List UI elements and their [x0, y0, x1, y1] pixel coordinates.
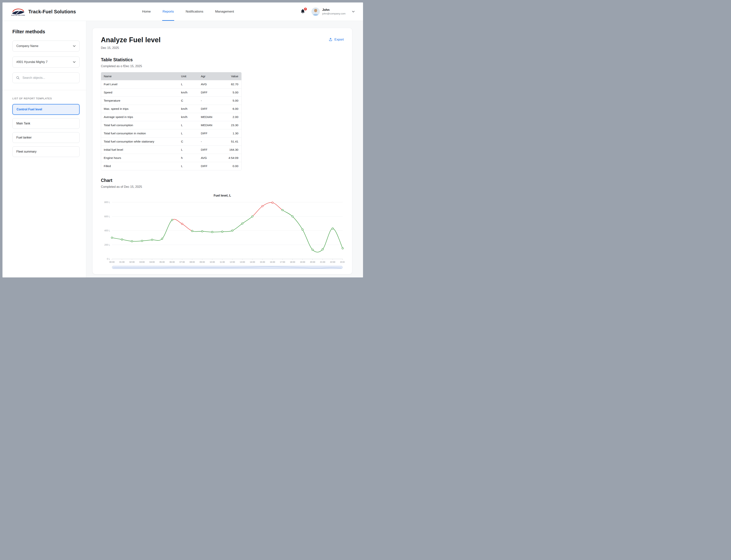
table-cell: DIFF [198, 105, 220, 113]
table-cell: L [178, 121, 198, 129]
table-cell: MEDIAN [198, 113, 220, 121]
svg-text:05:00: 05:00 [159, 261, 165, 263]
table-cell: DIFF [198, 146, 220, 154]
chart-title: Fuel level, L [101, 194, 344, 197]
avatar-image [311, 7, 320, 16]
export-button[interactable]: Export [328, 37, 344, 41]
chart-range-scrollbar[interactable] [112, 266, 343, 269]
table-cell: 6.00 [220, 105, 241, 113]
table-body: Fuel LevelLAVG82.70Speedkm/hDIFF5.00Temp… [101, 80, 241, 170]
brand-logo: EDJR FUEL SOLUTIONS [11, 7, 25, 16]
notifications-button[interactable]: 7 [300, 9, 305, 15]
chart-section-title: Chart [101, 178, 344, 183]
vehicle-select[interactable]: #001 Hyundai Mighty 7 [12, 57, 80, 68]
nav-item-management[interactable]: Management [215, 2, 234, 21]
logo-text: EDJR FUEL SOLUTIONS [11, 14, 25, 16]
table-row: Average speed in tripskm/hMEDIAN2.00 [101, 113, 241, 121]
svg-text:23:00: 23:00 [340, 261, 344, 263]
table-cell: 1.30 [220, 129, 241, 138]
chevron-down-icon[interactable] [351, 10, 355, 14]
company-select[interactable]: Company Name [12, 41, 80, 52]
table-cell: MEDIAN [198, 121, 220, 129]
chart-section-subtitle: Completed as of Dec 15, 2025 [101, 185, 344, 189]
table-cell: Fuel Level [101, 80, 178, 88]
table-cell: 5.00 [220, 97, 241, 105]
svg-text:14:00: 14:00 [250, 261, 255, 263]
fuel-level-chart: 0 L200 L400 L600 L800 L00:0001:0002:0003… [101, 200, 344, 264]
content-area: Filter methods Company Name #001 Hyundai… [2, 21, 363, 277]
svg-text:21:00: 21:00 [320, 261, 325, 263]
template-item-fuel-tanker[interactable]: Fuel tanker [12, 132, 80, 143]
table-cell: km/h [178, 105, 198, 113]
svg-text:20:00: 20:00 [310, 261, 315, 263]
search-input[interactable] [22, 76, 76, 80]
table-row: Max. speed in tripskm/hDIFF6.00 [101, 105, 241, 113]
svg-text:10:00: 10:00 [209, 261, 215, 263]
top-nav: EDJR FUEL SOLUTIONS Track-Fuel Solutions… [2, 2, 363, 21]
table-row: Initial fuel levelLDIFF164.30 [101, 146, 241, 154]
table-cell: Max. speed in trips [101, 105, 178, 113]
brand-title: Track-Fuel Solutions [28, 9, 76, 14]
nav-item-reports[interactable]: Reports [162, 2, 174, 21]
svg-text:07:00: 07:00 [179, 261, 185, 263]
svg-text:16:00: 16:00 [270, 261, 275, 263]
export-icon [328, 37, 332, 41]
notifications-badge: 7 [303, 7, 307, 11]
template-list: Control Fuel levelMain TankFuel tankerFl… [12, 104, 80, 157]
svg-text:01:00: 01:00 [119, 261, 125, 263]
table-row: TemperatureC-5.00 [101, 97, 241, 105]
table-cell: Temperature [101, 97, 178, 105]
table-cell: 164.30 [220, 146, 241, 154]
search-box[interactable] [12, 72, 80, 83]
table-cell: AVG [198, 80, 220, 88]
svg-text:17:00: 17:00 [280, 261, 285, 263]
vehicle-select-value: #001 Hyundai Mighty 7 [16, 60, 48, 64]
table-cell: Engine hours [101, 154, 178, 162]
user-email: john@company.com [322, 12, 345, 15]
svg-text:13:00: 13:00 [240, 261, 245, 263]
scrollbar-minimap [112, 266, 342, 269]
table-cell: - [198, 138, 220, 146]
table-cell: L [178, 80, 198, 88]
table-cell: - [198, 97, 220, 105]
table-section-subtitle: Completed as o fDec 15, 2025 [101, 65, 344, 68]
table-cell: 51.41 [220, 138, 241, 146]
svg-text:0 L: 0 L [107, 258, 110, 260]
table-header-cell: Unit [178, 72, 198, 80]
chevron-down-icon [72, 44, 76, 48]
table-header-cell: Value [220, 72, 241, 80]
search-icon [16, 76, 20, 80]
sidebar: Filter methods Company Name #001 Hyundai… [2, 21, 86, 277]
table-cell: DIFF [198, 129, 220, 138]
table-cell: 4:54:09 [220, 154, 241, 162]
svg-text:400 L: 400 L [104, 229, 110, 232]
template-item-fleet-summary[interactable]: Fleet summary [12, 146, 80, 157]
template-item-control-fuel-level[interactable]: Control Fuel level [12, 104, 80, 115]
svg-text:04:00: 04:00 [149, 261, 155, 263]
main-content: Analyze Fuel level Dec 15, 2025 Export T… [86, 21, 363, 277]
table-cell: Total fuel consumption [101, 121, 178, 129]
svg-text:08:00: 08:00 [190, 261, 195, 263]
nav-item-home[interactable]: Home [142, 2, 151, 21]
svg-text:15:00: 15:00 [260, 261, 265, 263]
table-cell: C [178, 97, 198, 105]
svg-text:11:00: 11:00 [220, 261, 225, 263]
table-cell: L [178, 129, 198, 138]
avatar[interactable] [311, 7, 320, 16]
table-cell: km/h [178, 88, 198, 97]
svg-text:02:00: 02:00 [129, 261, 135, 263]
table-cell: DIFF [198, 162, 220, 170]
window-frame: EDJR FUEL SOLUTIONS Track-Fuel Solutions… [0, 0, 366, 280]
main-nav: HomeReportsNotificationsManagement [142, 2, 234, 21]
svg-text:06:00: 06:00 [169, 261, 175, 263]
svg-text:200 L: 200 L [104, 244, 110, 246]
nav-item-notifications[interactable]: Notifications [185, 2, 204, 21]
svg-text:09:00: 09:00 [199, 261, 205, 263]
table-row: FilledLDIFF0.00 [101, 162, 241, 170]
template-item-main-tank[interactable]: Main Tank [12, 118, 80, 129]
table-cell: AVG [198, 154, 220, 162]
svg-text:18:00: 18:00 [290, 261, 295, 263]
table-cell: Filled [101, 162, 178, 170]
brand: EDJR FUEL SOLUTIONS Track-Fuel Solutions [11, 2, 76, 21]
table-section-title: Table Statistics [101, 57, 344, 62]
